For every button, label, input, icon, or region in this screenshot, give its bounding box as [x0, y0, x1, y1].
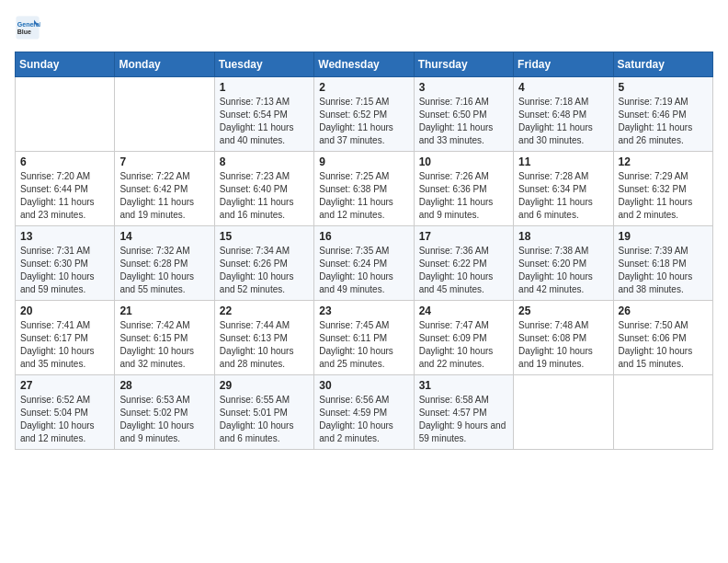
calendar-table: SundayMondayTuesdayWednesdayThursdayFrid…	[15, 52, 713, 450]
svg-rect-0	[16, 16, 39, 39]
calendar-cell: 24Sunrise: 7:47 AM Sunset: 6:09 PM Dayli…	[414, 301, 513, 375]
day-number: 15	[220, 230, 309, 243]
day-info: Sunrise: 7:19 AM Sunset: 6:46 PM Dayligh…	[619, 96, 708, 147]
day-info: Sunrise: 7:39 AM Sunset: 6:18 PM Dayligh…	[619, 245, 708, 296]
calendar-cell: 28Sunrise: 6:53 AM Sunset: 5:02 PM Dayli…	[115, 375, 214, 450]
day-info: Sunrise: 6:55 AM Sunset: 5:01 PM Dayligh…	[220, 394, 309, 445]
day-number: 1	[220, 81, 309, 94]
calendar-week-row: 20Sunrise: 7:41 AM Sunset: 6:17 PM Dayli…	[16, 301, 713, 375]
calendar-cell: 17Sunrise: 7:36 AM Sunset: 6:22 PM Dayli…	[414, 226, 513, 301]
calendar-cell: 16Sunrise: 7:35 AM Sunset: 6:24 PM Dayli…	[314, 226, 414, 301]
day-info: Sunrise: 7:31 AM Sunset: 6:30 PM Dayligh…	[20, 245, 109, 296]
day-number: 30	[319, 379, 408, 392]
day-number: 7	[119, 155, 209, 168]
calendar-cell	[16, 77, 115, 152]
day-info: Sunrise: 7:41 AM Sunset: 6:17 PM Dayligh…	[20, 319, 109, 371]
day-info: Sunrise: 6:58 AM Sunset: 4:57 PM Dayligh…	[419, 394, 508, 445]
calendar-cell: 31Sunrise: 6:58 AM Sunset: 4:57 PM Dayli…	[414, 375, 513, 450]
day-number: 28	[119, 379, 209, 392]
day-info: Sunrise: 7:47 AM Sunset: 6:09 PM Dayligh…	[419, 319, 508, 371]
day-number: 26	[619, 304, 708, 317]
calendar-cell: 1Sunrise: 7:13 AM Sunset: 6:54 PM Daylig…	[214, 77, 313, 152]
day-info: Sunrise: 7:16 AM Sunset: 6:50 PM Dayligh…	[419, 96, 508, 147]
day-info: Sunrise: 7:44 AM Sunset: 6:13 PM Dayligh…	[220, 319, 309, 371]
day-info: Sunrise: 7:42 AM Sunset: 6:15 PM Dayligh…	[119, 319, 209, 371]
day-info: Sunrise: 7:18 AM Sunset: 6:48 PM Dayligh…	[518, 96, 608, 147]
day-number: 3	[419, 81, 508, 94]
day-number: 19	[619, 230, 708, 243]
day-number: 18	[518, 230, 608, 243]
day-number: 16	[319, 230, 408, 243]
day-number: 10	[419, 155, 508, 168]
day-number: 25	[518, 304, 608, 317]
column-header-monday: Monday	[115, 52, 214, 77]
calendar-cell: 13Sunrise: 7:31 AM Sunset: 6:30 PM Dayli…	[16, 226, 115, 301]
calendar-cell: 30Sunrise: 6:56 AM Sunset: 4:59 PM Dayli…	[314, 375, 414, 450]
column-header-saturday: Saturday	[613, 52, 712, 77]
calendar-cell: 11Sunrise: 7:28 AM Sunset: 6:34 PM Dayli…	[514, 152, 613, 226]
day-info: Sunrise: 7:38 AM Sunset: 6:20 PM Dayligh…	[518, 245, 608, 296]
day-number: 11	[518, 155, 608, 168]
calendar-cell: 12Sunrise: 7:29 AM Sunset: 6:32 PM Dayli…	[613, 152, 712, 226]
day-number: 2	[319, 81, 408, 94]
calendar-week-row: 13Sunrise: 7:31 AM Sunset: 6:30 PM Dayli…	[16, 226, 713, 301]
calendar-cell	[613, 375, 712, 450]
day-number: 12	[619, 155, 708, 168]
calendar-cell: 26Sunrise: 7:50 AM Sunset: 6:06 PM Dayli…	[613, 301, 712, 375]
calendar-week-row: 1Sunrise: 7:13 AM Sunset: 6:54 PM Daylig…	[16, 77, 713, 152]
calendar-cell: 4Sunrise: 7:18 AM Sunset: 6:48 PM Daylig…	[514, 77, 613, 152]
day-number: 6	[20, 155, 109, 168]
day-info: Sunrise: 6:52 AM Sunset: 5:04 PM Dayligh…	[20, 394, 109, 445]
column-header-thursday: Thursday	[414, 52, 513, 77]
day-info: Sunrise: 6:56 AM Sunset: 4:59 PM Dayligh…	[319, 394, 408, 445]
day-number: 14	[119, 230, 209, 243]
calendar-cell: 14Sunrise: 7:32 AM Sunset: 6:28 PM Dayli…	[115, 226, 214, 301]
calendar-cell	[514, 375, 613, 450]
day-number: 27	[20, 379, 109, 392]
day-number: 21	[119, 304, 209, 317]
day-info: Sunrise: 7:50 AM Sunset: 6:06 PM Dayligh…	[619, 319, 708, 371]
calendar-cell: 8Sunrise: 7:23 AM Sunset: 6:40 PM Daylig…	[214, 152, 313, 226]
calendar-cell: 3Sunrise: 7:16 AM Sunset: 6:50 PM Daylig…	[414, 77, 513, 152]
page-header: General Blue	[15, 15, 713, 40]
day-info: Sunrise: 7:36 AM Sunset: 6:22 PM Dayligh…	[419, 245, 508, 296]
column-header-friday: Friday	[514, 52, 613, 77]
day-info: Sunrise: 7:45 AM Sunset: 6:11 PM Dayligh…	[319, 319, 408, 371]
day-info: Sunrise: 7:13 AM Sunset: 6:54 PM Dayligh…	[220, 96, 309, 147]
day-info: Sunrise: 7:29 AM Sunset: 6:32 PM Dayligh…	[619, 170, 708, 222]
day-number: 24	[419, 304, 508, 317]
calendar-cell: 15Sunrise: 7:34 AM Sunset: 6:26 PM Dayli…	[214, 226, 313, 301]
column-header-tuesday: Tuesday	[214, 52, 313, 77]
day-info: Sunrise: 7:26 AM Sunset: 6:36 PM Dayligh…	[419, 170, 508, 222]
calendar-cell: 9Sunrise: 7:25 AM Sunset: 6:38 PM Daylig…	[314, 152, 414, 226]
calendar-cell: 19Sunrise: 7:39 AM Sunset: 6:18 PM Dayli…	[613, 226, 712, 301]
day-number: 8	[220, 155, 309, 168]
day-number: 23	[319, 304, 408, 317]
day-number: 22	[220, 304, 309, 317]
calendar-cell: 5Sunrise: 7:19 AM Sunset: 6:46 PM Daylig…	[613, 77, 712, 152]
day-info: Sunrise: 7:35 AM Sunset: 6:24 PM Dayligh…	[319, 245, 408, 296]
day-info: Sunrise: 7:23 AM Sunset: 6:40 PM Dayligh…	[220, 170, 309, 222]
calendar-cell: 27Sunrise: 6:52 AM Sunset: 5:04 PM Dayli…	[16, 375, 115, 450]
day-info: Sunrise: 7:15 AM Sunset: 6:52 PM Dayligh…	[319, 96, 408, 147]
column-header-sunday: Sunday	[16, 52, 115, 77]
calendar-cell: 7Sunrise: 7:22 AM Sunset: 6:42 PM Daylig…	[115, 152, 214, 226]
logo-icon: General Blue	[15, 15, 40, 40]
day-number: 29	[220, 379, 309, 392]
day-info: Sunrise: 7:34 AM Sunset: 6:26 PM Dayligh…	[220, 245, 309, 296]
calendar-cell: 22Sunrise: 7:44 AM Sunset: 6:13 PM Dayli…	[214, 301, 313, 375]
calendar-cell: 20Sunrise: 7:41 AM Sunset: 6:17 PM Dayli…	[16, 301, 115, 375]
calendar-cell: 21Sunrise: 7:42 AM Sunset: 6:15 PM Dayli…	[115, 301, 214, 375]
calendar-cell: 6Sunrise: 7:20 AM Sunset: 6:44 PM Daylig…	[16, 152, 115, 226]
day-info: Sunrise: 7:22 AM Sunset: 6:42 PM Dayligh…	[119, 170, 209, 222]
calendar-cell	[115, 77, 214, 152]
calendar-cell: 23Sunrise: 7:45 AM Sunset: 6:11 PM Dayli…	[314, 301, 414, 375]
calendar-cell: 10Sunrise: 7:26 AM Sunset: 6:36 PM Dayli…	[414, 152, 513, 226]
day-number: 4	[518, 81, 608, 94]
day-info: Sunrise: 6:53 AM Sunset: 5:02 PM Dayligh…	[119, 394, 209, 445]
day-number: 17	[419, 230, 508, 243]
day-info: Sunrise: 7:25 AM Sunset: 6:38 PM Dayligh…	[319, 170, 408, 222]
day-info: Sunrise: 7:32 AM Sunset: 6:28 PM Dayligh…	[119, 245, 209, 296]
svg-text:Blue: Blue	[17, 29, 31, 35]
calendar-cell: 18Sunrise: 7:38 AM Sunset: 6:20 PM Dayli…	[514, 226, 613, 301]
